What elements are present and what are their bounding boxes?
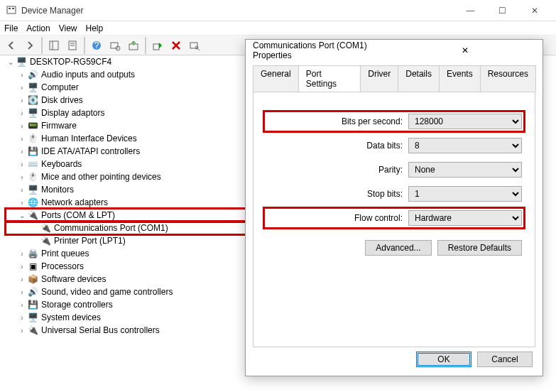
forward-button[interactable] bbox=[21, 37, 38, 54]
tree-item[interactable]: ›🖥️Display adaptors bbox=[6, 107, 247, 119]
computer-icon: 🖥️ bbox=[16, 56, 27, 67]
svg-rect-10 bbox=[111, 43, 118, 48]
tree-item[interactable]: ›🔊Sound, video and game controllers bbox=[6, 285, 247, 298]
tabbar: General Port Settings Driver Details Eve… bbox=[246, 61, 543, 92]
app-icon bbox=[6, 5, 17, 16]
help-button[interactable]: ? bbox=[88, 37, 105, 54]
chevron-right-icon: › bbox=[17, 173, 27, 181]
chevron-right-icon: › bbox=[17, 122, 27, 130]
chevron-right-icon: › bbox=[17, 327, 27, 334]
tab-details[interactable]: Details bbox=[398, 65, 440, 92]
scan-hardware-button[interactable] bbox=[186, 37, 203, 54]
tab-body: Bits per second: 128000 Data bits: 8 Par… bbox=[253, 92, 535, 347]
svg-rect-0 bbox=[7, 6, 16, 13]
stopbits-label: Stop bits: bbox=[367, 189, 403, 199]
chevron-right-icon: › bbox=[17, 135, 27, 143]
storage-icon: 💾 bbox=[27, 299, 38, 310]
uninstall-button[interactable] bbox=[168, 37, 185, 54]
tree-item[interactable]: ›📦Software devices bbox=[6, 273, 247, 285]
flow-label: Flow control: bbox=[354, 213, 403, 223]
chevron-right-icon: › bbox=[17, 109, 27, 117]
tab-port-settings[interactable]: Port Settings bbox=[298, 65, 361, 92]
advanced-button[interactable]: Advanced... bbox=[365, 240, 431, 256]
tree-item[interactable]: ›🖥️System devices bbox=[6, 311, 247, 324]
tree-item[interactable]: ›💾Storage controllers bbox=[6, 298, 247, 311]
tree-item[interactable]: ›📟Firmware bbox=[6, 119, 247, 132]
mouse-icon: 🖱️ bbox=[27, 171, 38, 183]
software-icon: 📦 bbox=[27, 273, 38, 285]
tab-general[interactable]: General bbox=[253, 65, 299, 92]
display-icon: 🖥️ bbox=[27, 107, 38, 119]
tree-item[interactable]: ›🖥️Monitors bbox=[6, 183, 247, 196]
tree-item[interactable]: ›🖨️Print queues bbox=[6, 247, 247, 260]
tree-item-ports[interactable]: ⌄🔌Ports (COM & LPT) bbox=[6, 209, 247, 222]
dialog-close-button[interactable]: ✕ bbox=[394, 45, 535, 55]
chevron-right-icon: › bbox=[17, 314, 27, 322]
tree-item[interactable]: ›🔌Universal Serial Bus controllers bbox=[6, 324, 247, 337]
tree-item-com1[interactable]: 🔌Communications Port (COM1) bbox=[6, 222, 247, 234]
enable-device-button[interactable] bbox=[149, 37, 166, 54]
minimize-button[interactable]: — bbox=[454, 0, 486, 21]
restore-defaults-button[interactable]: Restore Defaults bbox=[437, 240, 522, 256]
disk-icon: 💽 bbox=[27, 94, 38, 106]
cancel-button[interactable]: Cancel bbox=[477, 352, 533, 367]
databits-select[interactable]: 8 bbox=[408, 138, 522, 153]
port-icon: 🔌 bbox=[27, 209, 38, 221]
svg-rect-13 bbox=[153, 44, 159, 50]
ok-button[interactable]: OK bbox=[416, 352, 471, 367]
show-hide-tree-button[interactable] bbox=[45, 37, 62, 54]
tab-resources[interactable]: Resources bbox=[480, 65, 536, 92]
chevron-right-icon: › bbox=[17, 186, 27, 194]
chevron-right-icon: › bbox=[17, 71, 27, 79]
tree-item[interactable]: ›🖱️Human Interface Devices bbox=[6, 132, 247, 145]
menu-action[interactable]: Action bbox=[26, 23, 50, 33]
tree-item[interactable]: ›▣Processors bbox=[6, 260, 247, 273]
field-bits-per-second: Bits per second: 128000 bbox=[266, 114, 522, 129]
chevron-right-icon: › bbox=[17, 97, 27, 104]
tree-item[interactable]: ›⌨️Keyboards bbox=[6, 158, 247, 170]
close-button[interactable]: ✕ bbox=[518, 0, 550, 21]
parity-select[interactable]: None bbox=[408, 162, 522, 178]
menu-help[interactable]: Help bbox=[86, 23, 104, 33]
menu-view[interactable]: View bbox=[59, 23, 77, 33]
network-icon: 🌐 bbox=[27, 197, 38, 208]
properties-button[interactable] bbox=[64, 37, 81, 54]
chevron-right-icon: › bbox=[17, 263, 27, 271]
tree-root[interactable]: ⌄🖥️DESKTOP-RG59CF4 bbox=[6, 55, 247, 68]
chevron-down-icon: ⌄ bbox=[6, 58, 16, 66]
tree-item-lpt1[interactable]: 🔌Printer Port (LPT1) bbox=[6, 234, 247, 247]
field-data-bits: Data bits: 8 bbox=[266, 138, 522, 153]
tree-item[interactable]: ›🖥️Computer bbox=[6, 81, 247, 94]
ide-icon: 💾 bbox=[27, 146, 38, 157]
system-icon: 🖥️ bbox=[27, 312, 38, 323]
tab-events[interactable]: Events bbox=[439, 65, 481, 92]
tree-item[interactable]: ›🌐Network adapters bbox=[6, 196, 247, 209]
update-driver-button[interactable] bbox=[125, 37, 142, 54]
sound-icon: 🔊 bbox=[27, 286, 38, 298]
monitor-icon: 🖥️ bbox=[27, 184, 38, 195]
menu-file[interactable]: File bbox=[4, 23, 18, 33]
tree-item[interactable]: ›💾IDE ATA/ATAPI controllers bbox=[6, 145, 247, 158]
tree-item[interactable]: ›🖱️Mice and other pointing devices bbox=[6, 170, 247, 183]
chevron-down-icon: ⌄ bbox=[17, 212, 27, 219]
tab-driver[interactable]: Driver bbox=[360, 65, 398, 92]
tree-item[interactable]: ›🔊Audio inputs and outputs bbox=[6, 68, 247, 81]
separator bbox=[145, 37, 146, 54]
flow-select[interactable]: Hardware bbox=[408, 210, 522, 226]
svg-rect-14 bbox=[190, 43, 197, 48]
chevron-right-icon: › bbox=[17, 301, 27, 309]
stopbits-select[interactable]: 1 bbox=[408, 186, 522, 202]
back-button[interactable] bbox=[3, 37, 20, 54]
device-tree: ⌄🖥️DESKTOP-RG59CF4 ›🔊Audio inputs and ou… bbox=[6, 55, 247, 337]
tree-item[interactable]: ›💽Disk drives bbox=[6, 94, 247, 107]
separator bbox=[84, 37, 85, 54]
cpu-icon: ▣ bbox=[27, 261, 38, 272]
maximize-button[interactable]: ☐ bbox=[486, 0, 518, 21]
field-parity: Parity: None bbox=[266, 162, 522, 178]
bps-select[interactable]: 128000 bbox=[408, 114, 522, 129]
keyboard-icon: ⌨️ bbox=[27, 158, 38, 170]
menubar: File Action View Help bbox=[0, 21, 556, 36]
firmware-icon: 📟 bbox=[27, 120, 38, 131]
scan-button[interactable] bbox=[107, 37, 124, 54]
separator bbox=[41, 37, 43, 54]
